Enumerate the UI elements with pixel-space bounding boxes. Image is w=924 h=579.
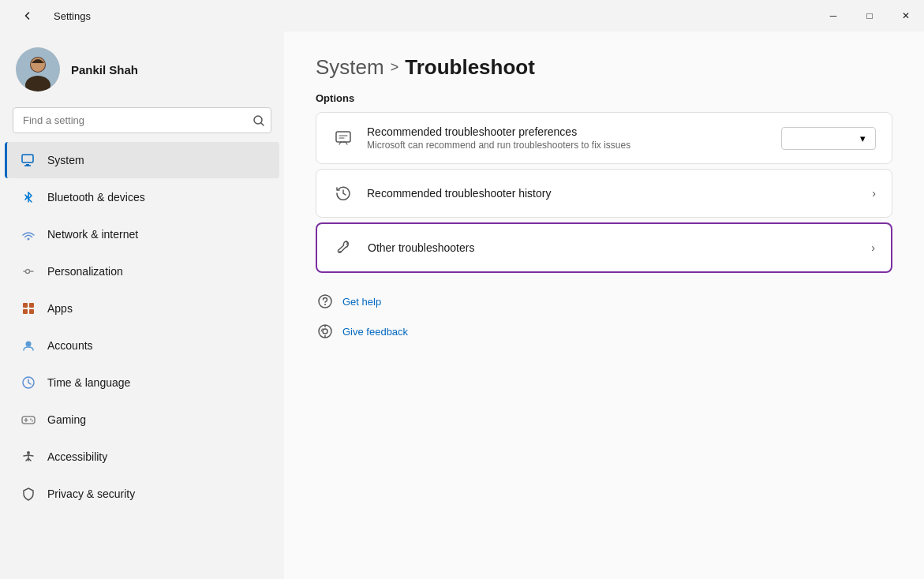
- svg-point-10: [26, 270, 30, 274]
- svg-rect-14: [29, 309, 34, 314]
- sidebar-item-apps[interactable]: Apps: [5, 290, 279, 327]
- svg-point-15: [26, 342, 32, 347]
- search-box: [13, 107, 271, 133]
- svg-rect-5: [22, 155, 33, 162]
- sidebar-item-apps-label: Apps: [47, 302, 73, 315]
- give-feedback-link[interactable]: Give feedback: [316, 319, 892, 344]
- sidebar-item-time[interactable]: Time & language: [5, 364, 279, 401]
- svg-rect-11: [23, 303, 28, 308]
- sidebar-item-accounts[interactable]: Accounts: [5, 327, 279, 364]
- svg-point-28: [324, 304, 326, 305]
- card-title-history: Recommended troubleshooter history: [367, 187, 859, 200]
- network-icon: [21, 226, 36, 242]
- apps-icon: [21, 301, 36, 316]
- get-help-text: Get help: [342, 296, 381, 308]
- sidebar-item-accounts-label: Accounts: [47, 339, 93, 352]
- sidebar-item-time-label: Time & language: [47, 376, 130, 389]
- sidebar-item-network-label: Network & internet: [47, 228, 138, 241]
- breadcrumb-current: Troubleshoot: [405, 55, 535, 80]
- sidebar: Pankil Shah: [0, 32, 284, 579]
- card-text-prefs: Recommended troubleshooter preferences M…: [367, 125, 769, 151]
- maximize-button[interactable]: □: [851, 0, 888, 32]
- search-input[interactable]: [13, 107, 271, 133]
- card-title-other: Other troubleshooters: [368, 241, 859, 254]
- avatar: [16, 47, 60, 92]
- card-action-prefs: ▾: [781, 127, 876, 150]
- accessibility-icon: [21, 449, 36, 465]
- back-button[interactable]: [9, 0, 46, 32]
- card-other-troubleshooters[interactable]: Other troubleshooters ›: [316, 222, 892, 273]
- sidebar-item-gaming-label: Gaming: [47, 413, 86, 426]
- breadcrumb-system[interactable]: System: [316, 55, 384, 80]
- sidebar-item-privacy[interactable]: Privacy & security: [5, 476, 279, 512]
- get-help-link[interactable]: Get help: [316, 289, 892, 314]
- app-title: Settings: [54, 10, 91, 22]
- svg-point-8: [28, 238, 30, 241]
- sidebar-item-accessibility[interactable]: Accessibility: [5, 439, 279, 475]
- nav-list: System Bluetooth & devices: [0, 141, 284, 571]
- title-bar: Settings ─ □ ✕: [0, 0, 924, 32]
- section-title: Options: [316, 92, 892, 104]
- card-title-prefs: Recommended troubleshooter preferences: [367, 125, 769, 138]
- privacy-icon: [21, 486, 36, 502]
- card-recommended-prefs: Recommended troubleshooter preferences M…: [316, 112, 892, 164]
- accounts-icon: [21, 338, 36, 353]
- close-button[interactable]: ✕: [888, 0, 924, 32]
- feedback-icon: [316, 322, 335, 341]
- sidebar-item-accessibility-label: Accessibility: [47, 450, 107, 463]
- sidebar-item-personalization-label: Personalization: [47, 265, 123, 278]
- svg-rect-12: [29, 303, 34, 308]
- card-row-other: Other troubleshooters ›: [317, 224, 891, 271]
- chat-icon: [332, 127, 354, 149]
- app-container: Pankil Shah: [0, 32, 924, 579]
- search-button[interactable]: [253, 114, 265, 127]
- personalization-icon: [21, 263, 36, 279]
- minimize-button[interactable]: ─: [815, 0, 851, 32]
- chevron-right-icon-other: ›: [871, 241, 875, 254]
- window-controls: ─ □ ✕: [815, 0, 924, 32]
- svg-point-21: [32, 420, 33, 422]
- svg-point-26: [339, 251, 341, 252]
- sidebar-item-privacy-label: Privacy & security: [47, 487, 135, 500]
- content-area: System > Troubleshoot Options Recommende…: [284, 32, 924, 579]
- system-icon: [21, 152, 36, 168]
- bluetooth-icon: [21, 189, 36, 205]
- history-icon: [332, 182, 354, 204]
- svg-point-22: [27, 451, 30, 454]
- card-text-other: Other troubleshooters: [368, 241, 859, 254]
- wrench-icon: [333, 237, 355, 259]
- get-help-icon: [316, 292, 335, 311]
- sidebar-item-bluetooth-label: Bluetooth & devices: [47, 191, 145, 204]
- sidebar-item-system-label: System: [47, 154, 84, 166]
- title-bar-left: Settings: [9, 0, 91, 32]
- card-recommended-history[interactable]: Recommended troubleshooter history ›: [316, 169, 892, 218]
- give-feedback-text: Give feedback: [342, 326, 408, 338]
- card-row-prefs: Recommended troubleshooter preferences M…: [316, 113, 892, 163]
- sidebar-item-bluetooth[interactable]: Bluetooth & devices: [5, 179, 279, 215]
- user-profile[interactable]: Pankil Shah: [0, 32, 284, 107]
- card-text-history: Recommended troubleshooter history: [367, 187, 859, 200]
- chevron-down-icon: ▾: [860, 133, 866, 144]
- sidebar-item-gaming[interactable]: Gaming: [5, 402, 279, 438]
- chevron-right-icon-history: ›: [872, 187, 876, 200]
- svg-point-27: [319, 295, 331, 308]
- links-section: Get help Give feedback: [316, 289, 892, 344]
- time-icon: [21, 375, 36, 390]
- user-name: Pankil Shah: [71, 63, 138, 77]
- sidebar-item-system[interactable]: System: [5, 142, 279, 178]
- svg-point-20: [30, 419, 32, 420]
- svg-point-30: [323, 329, 327, 334]
- card-row-history: Recommended troubleshooter history ›: [316, 170, 892, 217]
- svg-rect-13: [23, 309, 28, 314]
- gaming-icon: [21, 412, 36, 428]
- breadcrumb-separator: >: [391, 59, 399, 76]
- sidebar-item-personalization[interactable]: Personalization: [5, 253, 279, 290]
- breadcrumb: System > Troubleshoot: [316, 55, 892, 80]
- svg-rect-23: [336, 132, 350, 142]
- sidebar-item-network[interactable]: Network & internet: [5, 216, 279, 252]
- dropdown-button[interactable]: ▾: [781, 127, 876, 150]
- card-subtitle-prefs: Microsoft can recommend and run troubles…: [367, 140, 769, 151]
